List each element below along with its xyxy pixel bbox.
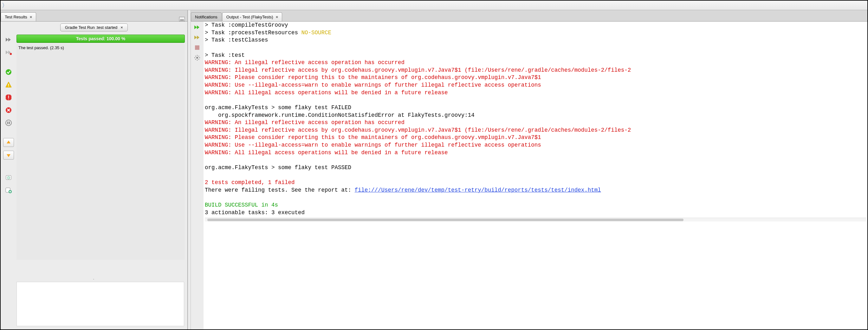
svg-line-21 xyxy=(198,59,199,60)
right-tab-row: NotificationsOutput - Test (FlakyTests)× xyxy=(191,10,867,22)
output-toolbar xyxy=(191,22,204,329)
svg-rect-3 xyxy=(8,86,9,87)
svg-rect-5 xyxy=(8,99,9,99)
svg-point-7 xyxy=(6,120,11,126)
run-tab-label: Gradle Test Run :test started xyxy=(65,25,117,30)
svg-point-15 xyxy=(196,57,198,59)
test-toolbar xyxy=(1,33,17,278)
rerun-muted-icon[interactable] xyxy=(193,34,202,41)
close-icon[interactable]: × xyxy=(121,25,123,30)
stop-icon[interactable] xyxy=(193,44,202,51)
progress-label: Tests passed: 100.00 % xyxy=(76,36,125,41)
tab-notifications[interactable]: Notifications xyxy=(191,12,222,21)
test-progress-bar: Tests passed: 100.00 % xyxy=(17,35,185,43)
output-sub-area xyxy=(17,282,184,326)
svg-line-22 xyxy=(195,59,196,60)
close-icon[interactable]: × xyxy=(30,15,32,19)
rerun-failed-button[interactable] xyxy=(3,48,14,57)
svg-rect-9 xyxy=(9,121,10,124)
tab-label: Test Results xyxy=(5,15,27,19)
rerun-button[interactable] xyxy=(3,35,14,44)
svg-rect-8 xyxy=(7,121,8,124)
report-link[interactable]: file:///Users/rene/dev/temp/test-retry/b… xyxy=(355,187,601,193)
tab-test-results[interactable]: Test Results × xyxy=(1,12,36,21)
svg-rect-0 xyxy=(10,53,12,55)
close-icon[interactable]: × xyxy=(276,15,278,19)
tab-label: Output - Test (FlakyTests) xyxy=(226,15,273,19)
skipped-filter-icon[interactable] xyxy=(3,118,14,127)
left-tab-row: Test Results × xyxy=(1,10,187,22)
next-failure-button[interactable] xyxy=(3,151,14,160)
tab-label: Notifications xyxy=(195,15,217,19)
output-panel: NotificationsOutput - Test (FlakyTests)×… xyxy=(191,10,867,329)
minimize-icon[interactable] xyxy=(179,17,185,21)
svg-line-20 xyxy=(195,56,196,56)
svg-point-1 xyxy=(6,69,11,75)
test-results-panel: Test Results × Gradle Test Run :test sta… xyxy=(1,10,188,329)
chevron-right-icon[interactable]: 〉 xyxy=(2,2,8,9)
svg-line-23 xyxy=(198,56,199,56)
test-result-message: The test passed. (2.35 s) xyxy=(17,44,185,260)
breadcrumb-bar: 〉 xyxy=(1,1,867,10)
history-icon[interactable] xyxy=(3,173,14,182)
prev-failure-button[interactable] xyxy=(3,138,14,147)
aborted-filter-icon[interactable] xyxy=(3,106,14,114)
run-tab[interactable]: Gradle Test Run :test started × xyxy=(60,24,128,31)
passed-filter-icon[interactable] xyxy=(3,67,14,77)
error-filter-icon[interactable] xyxy=(3,93,14,102)
vertical-splitter[interactable] xyxy=(188,10,191,329)
rerun-icon[interactable] xyxy=(193,24,202,31)
console-output[interactable]: > Task :compileTestGroovy > Task :proces… xyxy=(204,22,867,329)
svg-rect-2 xyxy=(8,84,9,86)
settings-icon[interactable] xyxy=(193,54,202,61)
tab-output[interactable]: Output - Test (FlakyTests)× xyxy=(222,12,282,21)
horizontal-scrollbar[interactable] xyxy=(205,218,866,221)
warning-filter-icon[interactable] xyxy=(3,80,14,89)
svg-rect-4 xyxy=(8,95,9,98)
new-watch-icon[interactable] xyxy=(3,186,14,194)
svg-rect-14 xyxy=(195,45,199,50)
drag-handle-icon[interactable]: • xyxy=(1,278,187,280)
